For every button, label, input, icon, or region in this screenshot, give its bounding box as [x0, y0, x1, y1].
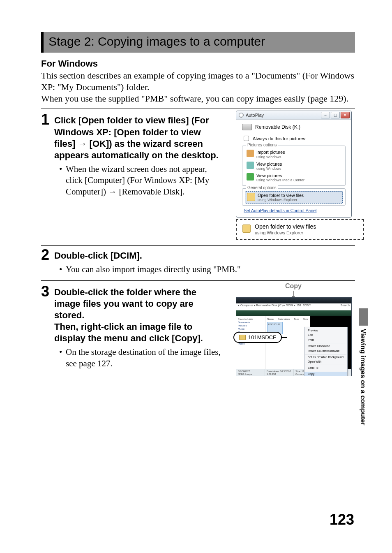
step-1-note: When the wizard screen does not appear, …: [66, 164, 224, 197]
context-menu: Preview Edit Print Rotate Clockwise Rota…: [304, 327, 348, 376]
step-1-number: 1: [41, 112, 52, 127]
option-view2-sub: using Windows Media Center: [256, 178, 304, 182]
autoplay-device: Removable Disk (K:): [242, 124, 346, 130]
side-tab-label: Viewing images on a computer: [359, 326, 367, 425]
ctx-edit[interactable]: Edit: [304, 333, 347, 338]
subhead-for-windows: For Windows: [41, 58, 355, 69]
folder-callout-icon: [239, 335, 246, 340]
autoplay-defaults-link[interactable]: Set AutoPlay defaults in Control Panel: [242, 208, 346, 213]
step-2-number: 2: [41, 248, 52, 262]
always-checkbox[interactable]: [244, 136, 249, 141]
pictures-legend: Pictures options: [246, 143, 278, 147]
view-icon: [247, 162, 254, 169]
disc-icon: [239, 113, 244, 118]
step-1-lead: Click [Open folder to view files] (For W…: [54, 115, 224, 161]
autoplay-general-group: General options Open folder to view file…: [242, 188, 346, 206]
col-size[interactable]: Size: [303, 318, 308, 320]
autoplay-titlebar: AutoPlay – ▢ ✕: [236, 111, 351, 120]
intro-paragraph: This section describes an example of cop…: [41, 70, 355, 104]
side-music[interactable]: Music: [238, 327, 263, 331]
side-pictures[interactable]: Pictures: [238, 324, 263, 327]
callout-main: Open folder to view files: [255, 223, 316, 230]
option-view-mediacenter[interactable]: View pictures using Windows Media Center: [245, 172, 343, 183]
explorer-path: ▸ Computer ▸ Removable Disk (K:) ▸ DCIM …: [238, 304, 311, 310]
explorer-column-headers: Name Date taken Tags Size: [267, 318, 309, 320]
divider: [41, 280, 355, 281]
folder-callout-text: 101MSDCF: [248, 334, 276, 340]
general-legend: General options: [246, 185, 278, 190]
option-view2-title: View pictures: [256, 173, 304, 178]
divider: [41, 245, 355, 246]
option-import-pictures[interactable]: Import pictures using Windows: [245, 148, 343, 160]
option-folder-sub: using Windows Explorer: [258, 198, 304, 202]
step-1: 1 Click [Open folder to view files] (For…: [41, 112, 224, 198]
autoplay-always-row: Always do this for pictures:: [242, 134, 346, 142]
explorer-search-hint: Search: [341, 304, 350, 310]
section-header-bar: Stage 2: Copying images to a computer: [41, 32, 355, 53]
import-icon: [247, 150, 254, 157]
option-view1-sub: using Windows: [256, 167, 282, 171]
step-2: 2 Double-click [DCIM]. You can also impo…: [41, 248, 355, 276]
autoplay-pictures-group: Pictures options Import pictures using W…: [242, 146, 346, 185]
option-open-folder[interactable]: Open folder to view files using Windows …: [245, 191, 343, 204]
status-type: JPEG Image: [238, 373, 263, 376]
copy-illustration: Copy ▸ Computer ▸ Removable Disk (K:) ▸ …: [236, 282, 351, 376]
option-view1-title: View pictures: [256, 162, 282, 167]
col-tags[interactable]: Tags: [294, 318, 299, 320]
ctx-copy[interactable]: Copy: [304, 372, 347, 376]
option-folder-title: Open folder to view files: [258, 193, 304, 198]
ctx-set-background[interactable]: Set as Desktop Background: [304, 355, 347, 360]
autoplay-window: AutoPlay – ▢ ✕ Removable Disk (K:): [236, 111, 352, 217]
callout-sub: using Windows Explorer: [255, 230, 316, 236]
autoplay-title-text: AutoPlay: [246, 113, 264, 118]
drive-icon: [242, 124, 252, 130]
mediacenter-icon: [247, 173, 254, 180]
divider: [41, 109, 355, 109]
explorer-addressbar[interactable]: ▸ Computer ▸ Removable Disk (K:) ▸ DCIM …: [236, 303, 351, 310]
explorer-titlebar: [236, 298, 351, 303]
side-documents[interactable]: Documents: [238, 321, 263, 324]
maximize-button[interactable]: ▢: [331, 112, 340, 118]
step-3-lead: Double-click the folder where the image …: [54, 287, 224, 345]
section-title: Stage 2: Copying images to a computer: [48, 35, 350, 49]
side-tab-marker: [359, 308, 368, 326]
copy-arrow-icon: [293, 291, 294, 296]
folder-label-callout: 101MSDCF: [233, 332, 282, 343]
step-2-lead: Double-click [DCIM].: [54, 250, 355, 261]
col-date[interactable]: Date taken: [278, 318, 290, 320]
autoplay-device-label: Removable Disk (K:): [255, 124, 300, 130]
status-name: DSC00127: [238, 370, 263, 373]
ctx-rotate-cw[interactable]: Rotate Clockwise: [304, 344, 347, 349]
option-import-sub: using Windows: [256, 155, 285, 159]
ctx-print[interactable]: Print: [304, 338, 347, 342]
step-3: 3 Double-click the folder where the imag…: [41, 284, 224, 370]
explorer-toolbar: [236, 310, 351, 316]
option-view-pictures[interactable]: View pictures using Windows: [245, 160, 343, 172]
status-date: Date taken: 8/23/2007 1:09 PM: [267, 370, 292, 376]
step-3-number: 3: [41, 284, 52, 299]
step-3-note: On the storage destination of the image …: [66, 347, 224, 369]
step-2-note: You can also import images directly usin…: [66, 264, 355, 275]
ctx-rotate-ccw[interactable]: Rotate Counterclockwise: [304, 349, 347, 354]
always-label: Always do this for pictures:: [253, 136, 307, 141]
side-favorite: Favorite Links: [238, 317, 263, 321]
callout-open-folder: Open folder to view files using Windows …: [236, 219, 364, 240]
copy-label: Copy: [236, 282, 351, 290]
close-button[interactable]: ✕: [341, 112, 350, 118]
ctx-open-with[interactable]: Open With: [304, 359, 347, 364]
col-name[interactable]: Name: [267, 318, 274, 320]
folder-icon: [247, 193, 255, 201]
minimize-button[interactable]: –: [321, 112, 330, 118]
ctx-preview[interactable]: Preview: [304, 328, 347, 333]
callout-folder-icon: [242, 224, 251, 233]
side-tab: Viewing images on a computer: [359, 308, 368, 444]
page-number: 123: [330, 511, 354, 528]
option-import-title: Import pictures: [256, 150, 285, 155]
ctx-send-to[interactable]: Send To: [304, 366, 347, 370]
